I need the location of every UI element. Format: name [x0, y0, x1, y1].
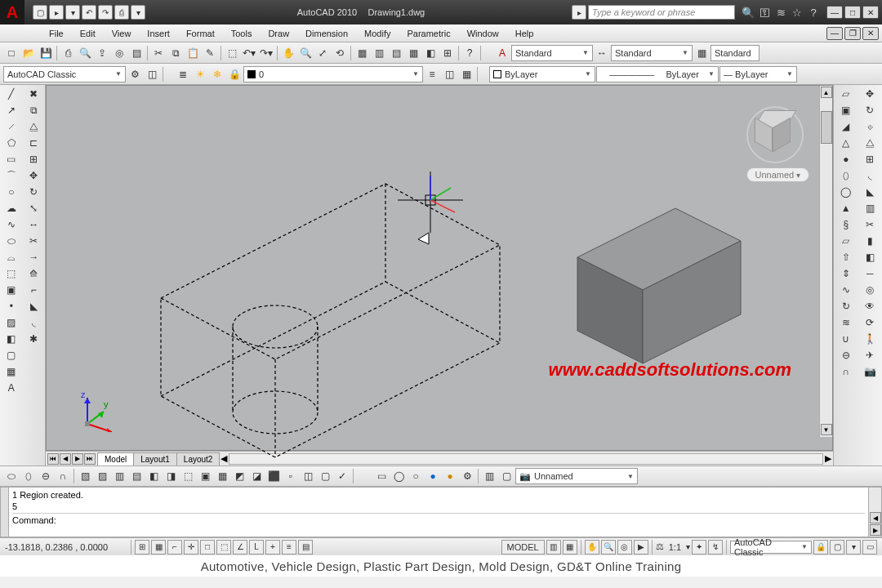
- newview-icon[interactable]: ▢: [498, 468, 514, 484]
- array-icon[interactable]: ⊞: [24, 152, 42, 167]
- cmd-prompt[interactable]: Command:: [12, 513, 865, 526]
- se-1[interactable]: ⬭: [3, 468, 20, 484]
- pline-icon[interactable]: ⟋: [2, 119, 20, 134]
- textstyle-icon[interactable]: A: [494, 45, 510, 61]
- menu-tools[interactable]: Tools: [223, 26, 261, 41]
- dimstyle-combo[interactable]: Standard▼: [611, 45, 693, 61]
- lock-ui-icon[interactable]: 🔒: [813, 540, 828, 555]
- fillet3d-icon[interactable]: ◟: [861, 168, 879, 183]
- mdi-close[interactable]: ✕: [862, 27, 879, 40]
- close-button[interactable]: ✕: [862, 6, 879, 19]
- save-icon[interactable]: ▾: [65, 5, 80, 20]
- textstyle-combo[interactable]: Standard▼: [511, 45, 593, 61]
- cmd-grip[interactable]: [1, 488, 9, 537]
- key-icon[interactable]: ⚿: [758, 6, 771, 19]
- extend-icon[interactable]: →: [24, 250, 42, 265]
- thicken-icon[interactable]: ▮: [861, 234, 879, 248]
- se-18[interactable]: ◫: [300, 468, 316, 484]
- box-icon[interactable]: ▣: [837, 103, 855, 118]
- layer-lock-icon[interactable]: 🔒: [226, 66, 243, 82]
- insert-icon[interactable]: ⬚: [2, 266, 20, 281]
- paste-icon[interactable]: 📋: [185, 45, 201, 61]
- se-19[interactable]: ▢: [317, 468, 333, 484]
- mdi-minimize[interactable]: —: [826, 27, 843, 40]
- zoom2-icon[interactable]: 🔍: [601, 540, 616, 555]
- mtext-icon[interactable]: A: [2, 381, 20, 395]
- search-arrow-icon[interactable]: ▸: [572, 5, 586, 20]
- polysolid-icon[interactable]: ▱: [837, 87, 855, 101]
- planar-icon[interactable]: ▱: [837, 234, 855, 248]
- redo-icon[interactable]: ↷: [98, 5, 113, 20]
- workspace-combo[interactable]: AutoCAD Classic▼: [3, 66, 126, 82]
- menu-draw[interactable]: Draw: [260, 26, 297, 41]
- open-icon[interactable]: 📂: [20, 45, 37, 61]
- qcalc-icon[interactable]: ⊞: [439, 45, 456, 61]
- pyramid-icon[interactable]: ▲: [837, 201, 855, 216]
- cmd-scrollbar[interactable]: ◀▶: [868, 488, 881, 537]
- hardware-icon[interactable]: ▢: [830, 540, 844, 555]
- dcenter-icon[interactable]: ▥: [371, 45, 387, 61]
- se-6[interactable]: ▨: [94, 468, 110, 484]
- table-icon[interactable]: ▦: [2, 364, 20, 379]
- layer-prev-icon[interactable]: ≡: [424, 66, 440, 82]
- osnap-toggle[interactable]: □: [200, 540, 215, 555]
- 3darray-icon[interactable]: ⊞: [861, 152, 879, 167]
- tablestyle-icon[interactable]: ▦: [693, 45, 710, 61]
- copy-icon[interactable]: ⧉: [24, 103, 42, 118]
- polar-toggle[interactable]: ✛: [184, 540, 198, 555]
- plot-icon[interactable]: ⎙: [60, 45, 76, 61]
- grid-toggle[interactable]: ▦: [151, 540, 166, 555]
- menu-file[interactable]: File: [41, 26, 72, 41]
- fly-icon[interactable]: ✈: [861, 348, 879, 363]
- layer-iso-icon[interactable]: ▦: [458, 66, 474, 82]
- revolve-icon[interactable]: ↻: [837, 299, 855, 314]
- se-4[interactable]: ∩: [55, 468, 71, 484]
- ellipsearc-icon[interactable]: ⌓: [2, 250, 20, 265]
- convtosolid-icon[interactable]: ◧: [861, 250, 879, 265]
- command-window[interactable]: 1 Region created. 5 Command: ◀▶: [0, 487, 882, 537]
- new-icon[interactable]: □: [3, 45, 20, 61]
- menu-format[interactable]: Format: [178, 26, 223, 41]
- chamfer-icon[interactable]: ◣: [24, 299, 42, 314]
- se-13[interactable]: ▦: [214, 468, 230, 484]
- showmotion-icon[interactable]: ▶: [634, 540, 648, 555]
- tab-first-icon[interactable]: ⏮: [47, 453, 59, 465]
- zoom-prev-icon[interactable]: ⟲: [332, 45, 348, 61]
- toolpal-icon[interactable]: ▤: [388, 45, 404, 61]
- qat-dropdown[interactable]: ▾: [131, 5, 145, 20]
- extrude-icon[interactable]: ⇧: [837, 250, 855, 265]
- zoom-win-icon[interactable]: ⤢: [314, 45, 331, 61]
- 3dalign-icon[interactable]: ⟐: [861, 119, 879, 134]
- gradient-icon[interactable]: ◧: [2, 332, 20, 346]
- cone-icon[interactable]: △: [837, 136, 855, 150]
- rotate-icon[interactable]: ↻: [24, 185, 42, 199]
- menu-parametric[interactable]: Parametric: [399, 26, 458, 41]
- ws-status-combo[interactable]: AutoCAD Classic▼: [730, 541, 812, 554]
- sphere-icon[interactable]: ●: [837, 152, 855, 167]
- ssm-icon[interactable]: ▦: [405, 45, 421, 61]
- se-10[interactable]: ◨: [163, 468, 179, 484]
- circle-icon[interactable]: ○: [2, 185, 20, 199]
- freeview-icon[interactable]: 👁: [861, 299, 879, 314]
- snap-toggle[interactable]: ⊞: [135, 540, 149, 555]
- block-icon[interactable]: ▣: [2, 283, 20, 297]
- loft-icon[interactable]: ≋: [837, 315, 855, 330]
- swivel-icon[interactable]: ⟳: [861, 315, 879, 330]
- undo-icon[interactable]: ↶: [82, 5, 96, 20]
- qv-layouts-icon[interactable]: ▥: [546, 540, 561, 555]
- vertical-scrollbar[interactable]: ▲ ▼: [819, 86, 832, 437]
- camera-icon[interactable]: 📷: [861, 364, 879, 379]
- vs-conceptual-icon[interactable]: ●: [442, 468, 458, 484]
- layer-on-icon[interactable]: ☀: [192, 66, 208, 82]
- 3dmirror-icon[interactable]: ⧋: [861, 136, 879, 150]
- se-14[interactable]: ◩: [231, 468, 247, 484]
- pan2-icon[interactable]: ✋: [585, 540, 599, 555]
- region-icon[interactable]: ▢: [2, 348, 20, 363]
- wheel-icon[interactable]: ◎: [617, 540, 632, 555]
- chamfer3d-icon[interactable]: ◣: [861, 185, 879, 199]
- markup-icon[interactable]: ◧: [422, 45, 439, 61]
- rect-icon[interactable]: ▭: [2, 152, 20, 167]
- redo-icon[interactable]: ↷▾: [258, 45, 274, 61]
- spline-icon[interactable]: ∿: [2, 217, 20, 232]
- lineweight-combo[interactable]: — ByLayer▼: [719, 66, 797, 82]
